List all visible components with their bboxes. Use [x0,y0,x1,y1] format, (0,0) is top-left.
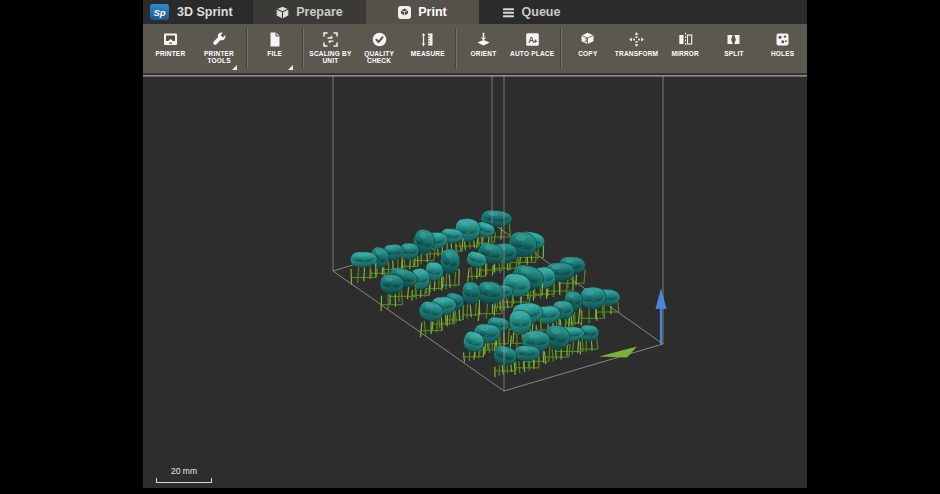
file-icon [266,30,283,48]
scale-bracket [156,478,212,483]
app-title: 3D Sprint [177,5,233,19]
tab-label: Print [418,5,446,19]
toolbar-button-label: AUTO PLACE [510,50,554,57]
orient-icon [475,30,492,48]
printer-tools-button[interactable]: PRINTER TOOLS [195,24,244,73]
tab-print[interactable]: Print [366,0,479,24]
toolbar-button-label: SPLIT [724,50,743,57]
app-logo-icon: Sp [150,4,169,20]
copy-icon: 2 [579,30,596,48]
measure-button[interactable]: MEASURE [403,24,452,73]
tab-prepare[interactable]: Prepare [253,0,366,24]
mirror-icon [677,30,694,48]
toolbar-button-label: MIRROR [671,50,699,57]
model-cluster[interactable] [350,210,621,377]
auto-place-button[interactable]: AAUTO PLACE [508,24,557,73]
scaling-icon [322,30,339,48]
queue-list-icon [502,6,515,19]
app-window: Sp 3D Sprint PreparePrintQueue PRINTERPR… [143,0,807,488]
cube-icon [276,6,289,19]
print-sphere-icon [398,6,411,19]
quality-check-icon [371,30,388,48]
file-button[interactable]: FILE [250,24,299,73]
transform-icon [628,30,645,48]
toolbar-button-label: FILE [267,50,282,57]
toolbar-button-label: HOLES [771,50,794,57]
toolbar-separator [560,28,561,69]
tab-label: Prepare [296,5,343,19]
toolbar: PRINTERPRINTER TOOLSFILESCALING BY UNITQ… [143,24,807,74]
toolbar-button-label: SCALING BY UNIT [307,50,354,64]
svg-text:2: 2 [585,37,588,43]
printer-button[interactable]: PRINTER [146,24,195,73]
split-icon [725,30,742,48]
toolbar-separator [302,28,303,69]
top-bar: Sp 3D Sprint PreparePrintQueue [143,0,807,24]
toolbar-button-label: COPY [578,50,597,57]
quality-check-button[interactable]: QUALITY CHECK [355,24,404,73]
toolbar-button-label: PRINTER [155,50,185,57]
toolbar-button-label: TRANSFORM [615,50,658,57]
toolbar-button-label: ORIENT [471,50,497,57]
orient-button[interactable]: ORIENT [459,24,508,73]
toolbar-separator [246,28,247,69]
toolbar-button-label: QUALITY CHECK [356,50,403,64]
transform-button[interactable]: TRANSFORM [612,24,661,73]
scale-label: 20 mm [156,466,212,476]
tab-queue[interactable]: Queue [479,0,583,24]
toolbar-button-label: PRINTER TOOLS [196,50,243,64]
svg-text:A: A [528,34,534,44]
scaling-by-unit-button[interactable]: SCALING BY UNIT [306,24,355,73]
screen: Sp 3D Sprint PreparePrintQueue PRINTERPR… [0,0,940,494]
holes-icon [774,30,791,48]
build-scene-canvas[interactable] [143,76,807,488]
autoplace-icon: A [524,30,541,48]
toolbar-button-label: MEASURE [411,50,445,57]
scale-bar: 20 mm [156,466,212,483]
split-button[interactable]: SPLIT [710,24,759,73]
wrench-icon [211,30,228,48]
z-axis-arrow[interactable] [656,288,667,344]
printer-icon [162,30,179,48]
y-axis-arrow[interactable] [599,347,637,358]
measure-icon [419,30,436,48]
mirror-button[interactable]: MIRROR [661,24,710,73]
tab-label: Queue [522,5,561,19]
holes-button[interactable]: HOLES [758,24,807,73]
viewport-3d[interactable]: 20 mm [143,75,807,488]
copy-button[interactable]: 2COPY [564,24,613,73]
toolbar-separator [455,28,456,69]
